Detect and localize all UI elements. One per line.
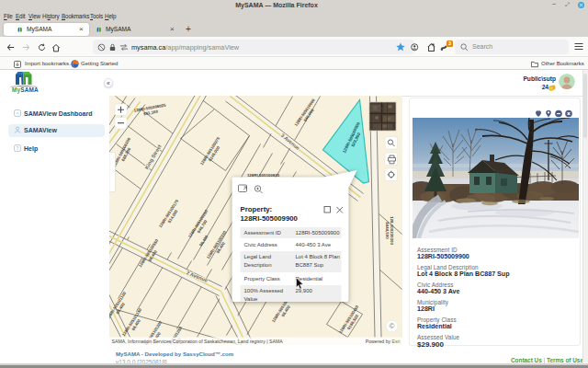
svg-text:100% Assessed: 100% Assessed (243, 288, 283, 293)
svg-text:Civic Address: Civic Address (243, 242, 277, 247)
svg-text:29,900: 29,900 (295, 288, 312, 293)
svg-text:Lot 4 Block 8 Plan: Lot 4 Block 8 Plan (295, 254, 339, 259)
svg-text:128RI-505100825: 128RI-505100825 (246, 172, 279, 177)
svg-text:©: © (389, 322, 394, 330)
svg-text:Property Class: Property Class (243, 276, 279, 282)
svg-text:Property:: Property: (240, 204, 272, 213)
svg-text:128RI-505009900: 128RI-505009900 (295, 230, 340, 236)
svg-text:Legal Land: Legal Land (243, 254, 271, 259)
svg-text:Value: Value (243, 296, 258, 302)
svg-text:BC887 Sup: BC887 Sup (295, 262, 323, 268)
svg-text:$444,500: $444,500 (384, 222, 389, 239)
svg-text:SAMA, Information Services Cor: SAMA, Information Services Corporation o… (111, 338, 283, 343)
svg-text:Powered by Esri: Powered by Esri (365, 338, 400, 343)
svg-text:Description: Description (243, 262, 271, 268)
svg-text:128RI-505009900: 128RI-505009900 (240, 214, 298, 223)
svg-text:128-000230300: 128-000230300 (390, 216, 394, 245)
svg-text:Assessment ID: Assessment ID (243, 230, 281, 236)
svg-text:440-450 3 Ave: 440-450 3 Ave (295, 242, 331, 247)
svg-text:?: ? (17, 146, 19, 151)
